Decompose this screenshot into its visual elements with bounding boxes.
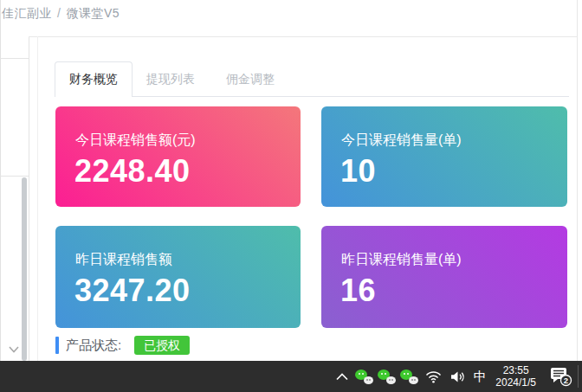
tab-finance-overview[interactable]: 财务概览 — [55, 61, 133, 97]
breadcrumb-separator: / — [57, 6, 61, 20]
volume-icon[interactable] — [445, 361, 469, 392]
taskbar-clock[interactable]: 23:55 2024/1/5 — [495, 361, 536, 392]
wechat-white-bubble — [386, 376, 396, 384]
status-accent-bar — [55, 337, 59, 354]
taskbar-date: 2024/1/5 — [495, 376, 536, 389]
ime-indicator[interactable]: 中 — [469, 361, 490, 392]
content-left-border — [37, 36, 38, 361]
tab-withdraw-list[interactable]: 提现列表 — [146, 61, 195, 96]
tab-label: 提现列表 — [146, 72, 195, 86]
stat-card-yesterday-sales-count: 昨日课程销售量(单) 16 — [321, 226, 567, 328]
taskbar: 中 23:55 2024/1/5 2 — [0, 361, 582, 392]
stat-card-label: 昨日课程销售额 — [75, 251, 172, 269]
notification-badge-count: 2 — [564, 376, 568, 385]
wechat-icon[interactable] — [399, 368, 420, 385]
wechat-icon[interactable] — [354, 368, 375, 385]
side-panel-divider-top — [0, 58, 29, 59]
stat-card-label: 昨日课程销售量(单) — [341, 251, 462, 269]
left-window-edge — [0, 0, 1, 361]
wechat-white-bubble — [364, 376, 373, 384]
stat-card-today-sales-count: 今日课程销售量(单) 10 — [321, 106, 567, 207]
stat-card-value: 16 — [340, 273, 376, 309]
stat-card-value: 2248.40 — [74, 153, 191, 190]
show-desktop-divider[interactable] — [578, 365, 579, 388]
tab-label: 佣金调整 — [226, 72, 275, 86]
stat-card-value: 3247.20 — [74, 273, 191, 309]
breadcrumb: 佳汇副业/微课堂V5 — [2, 6, 120, 22]
stat-card-label: 今日课程销售额(元) — [75, 132, 196, 150]
side-panel-divider-middle — [0, 176, 29, 177]
right-window-edge — [577, 0, 578, 361]
product-status-label: 产品状态: — [66, 337, 121, 354]
authorized-badge: 已授权 — [134, 336, 190, 355]
taskbar-time: 23:55 — [495, 364, 536, 376]
side-panel-border — [29, 37, 29, 361]
scrollbar-thumb[interactable] — [22, 177, 27, 361]
breadcrumb-section[interactable]: 佳汇副业 — [2, 6, 52, 20]
desktop-screenshot: 佳汇副业/微课堂V5 财务概览 提现列表 佣金调整 今日课程销售额(元) 224… — [0, 0, 582, 392]
notification-icon[interactable]: 2 — [543, 361, 578, 392]
chevron-down-icon[interactable] — [7, 344, 21, 355]
tab-label: 财务概览 — [69, 72, 118, 87]
chevron-up-icon[interactable] — [331, 361, 353, 392]
tab-commission-adjust[interactable]: 佣金调整 — [226, 61, 275, 96]
wechat-icon[interactable] — [377, 368, 398, 385]
stat-card-yesterday-sales-amount: 昨日课程销售额 3247.20 — [55, 226, 301, 328]
stat-card-label: 今日课程销售量(单) — [341, 132, 462, 150]
wechat-white-bubble — [409, 376, 418, 384]
wifi-icon[interactable] — [421, 361, 445, 392]
stat-card-today-sales-amount: 今日课程销售额(元) 2248.40 — [55, 106, 301, 207]
stat-card-value: 10 — [340, 153, 376, 190]
breadcrumb-page: 微课堂V5 — [66, 6, 120, 20]
header-divider — [29, 36, 577, 37]
